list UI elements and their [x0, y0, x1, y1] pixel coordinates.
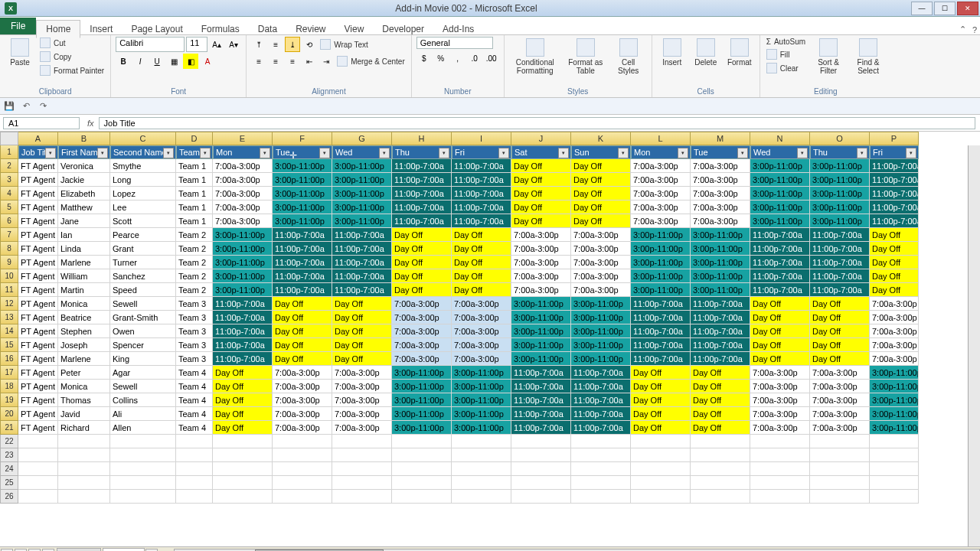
- column-header[interactable]: D: [176, 132, 213, 145]
- shift-cell[interactable]: 11:00p-7:00a: [631, 324, 691, 338]
- shift-cell[interactable]: 7:00a-3:00p: [273, 393, 332, 407]
- empty-cell[interactable]: [392, 462, 452, 476]
- shift-cell[interactable]: 3:00p-11:00p: [392, 366, 452, 380]
- data-cell[interactable]: Monica: [58, 380, 110, 393]
- shift-cell[interactable]: 3:00p-11:00p: [870, 407, 919, 421]
- shift-cell[interactable]: 7:00a-3:00p: [810, 393, 870, 407]
- empty-cell[interactable]: [273, 490, 332, 504]
- redo-icon[interactable]: ↷: [37, 100, 49, 112]
- shift-cell[interactable]: 7:00a-3:00p: [631, 173, 691, 187]
- cut-button[interactable]: Cut: [38, 37, 106, 49]
- shift-cell[interactable]: 7:00a-3:00p: [392, 311, 452, 324]
- row-header[interactable]: 9: [0, 256, 18, 269]
- table-header-cell[interactable]: Wed: [750, 145, 810, 159]
- empty-cell[interactable]: [392, 490, 452, 504]
- data-cell[interactable]: Team 4: [176, 366, 213, 380]
- align-right-button[interactable]: ≡: [285, 54, 300, 69]
- shift-cell[interactable]: Day Off: [213, 393, 273, 407]
- help-icon[interactable]: ?: [969, 25, 980, 34]
- format-as-table-button[interactable]: Format as Table: [564, 37, 607, 77]
- row-header[interactable]: 6: [0, 214, 18, 228]
- shift-cell[interactable]: 3:00p-11:00p: [392, 407, 452, 421]
- row-header[interactable]: 11: [0, 283, 18, 297]
- shift-cell[interactable]: 7:00a-3:00p: [452, 297, 511, 311]
- shift-cell[interactable]: 11:00p-7:00a: [810, 242, 870, 256]
- row-header[interactable]: 7: [0, 228, 18, 242]
- empty-cell[interactable]: [750, 435, 810, 448]
- data-cell[interactable]: Ian: [58, 228, 110, 242]
- table-header-cell[interactable]: Mon: [631, 145, 691, 159]
- empty-cell[interactable]: [392, 476, 452, 490]
- shift-cell[interactable]: 7:00a-3:00p: [810, 407, 870, 421]
- row-header[interactable]: 5: [0, 201, 18, 214]
- shift-cell[interactable]: 11:00p-7:00a: [392, 187, 452, 201]
- shift-cell[interactable]: Day Off: [213, 421, 273, 435]
- row-header[interactable]: 8: [0, 242, 18, 256]
- increase-indent-button[interactable]: ⇥: [318, 54, 334, 69]
- empty-cell[interactable]: [750, 476, 810, 490]
- data-cell[interactable]: Team 2: [176, 242, 213, 256]
- sheet-tab[interactable]: Sheet1: [103, 548, 145, 551]
- empty-cell[interactable]: [110, 490, 176, 504]
- data-cell[interactable]: Sanchez: [110, 269, 176, 283]
- shift-cell[interactable]: 3:00p-11:00p: [273, 187, 332, 201]
- border-button[interactable]: ▦: [166, 54, 181, 69]
- column-header[interactable]: A: [18, 132, 58, 145]
- data-cell[interactable]: PT Agent: [18, 256, 58, 269]
- align-center-button[interactable]: ≡: [268, 54, 283, 69]
- data-cell[interactable]: Team 3: [176, 338, 213, 352]
- data-cell[interactable]: PT Agent: [18, 297, 58, 311]
- empty-cell[interactable]: [176, 448, 213, 462]
- shift-cell[interactable]: 3:00p-11:00p: [691, 242, 750, 256]
- shift-cell[interactable]: 11:00p-7:00a: [511, 366, 571, 380]
- shift-cell[interactable]: 11:00p-7:00a: [691, 297, 750, 311]
- shift-cell[interactable]: 11:00p-7:00a: [452, 159, 511, 173]
- data-cell[interactable]: Team 2: [176, 256, 213, 269]
- shift-cell[interactable]: 7:00a-3:00p: [392, 352, 452, 366]
- shift-cell[interactable]: 11:00p-7:00a: [571, 407, 631, 421]
- maximize-button[interactable]: ☐: [934, 2, 956, 15]
- shift-cell[interactable]: 7:00a-3:00p: [332, 407, 392, 421]
- shift-cell[interactable]: Day Off: [452, 256, 511, 269]
- shift-cell[interactable]: 11:00p-7:00a: [750, 228, 810, 242]
- empty-cell[interactable]: [631, 476, 691, 490]
- data-cell[interactable]: Veronica: [58, 159, 110, 173]
- data-cell[interactable]: FT Agent: [18, 311, 58, 324]
- shift-cell[interactable]: 3:00p-11:00p: [571, 338, 631, 352]
- empty-cell[interactable]: [273, 448, 332, 462]
- shift-cell[interactable]: 7:00a-3:00p: [213, 159, 273, 173]
- select-all-corner[interactable]: [0, 132, 18, 145]
- shift-cell[interactable]: 3:00p-11:00p: [273, 201, 332, 214]
- data-cell[interactable]: Spencer: [110, 338, 176, 352]
- data-cell[interactable]: Javid: [58, 407, 110, 421]
- shift-cell[interactable]: Day Off: [332, 297, 392, 311]
- shift-cell[interactable]: Day Off: [631, 366, 691, 380]
- row-header[interactable]: 20: [0, 407, 18, 421]
- table-header-cell[interactable]: Fri: [452, 145, 511, 159]
- shift-cell[interactable]: 3:00p-11:00p: [273, 173, 332, 187]
- shift-cell[interactable]: Day Off: [810, 311, 870, 324]
- shift-cell[interactable]: Day Off: [810, 352, 870, 366]
- shift-cell[interactable]: Day Off: [332, 352, 392, 366]
- row-header[interactable]: 26: [0, 490, 18, 504]
- empty-cell[interactable]: [18, 476, 58, 490]
- data-cell[interactable]: Stephen: [58, 324, 110, 338]
- column-header[interactable]: C: [110, 132, 176, 145]
- empty-cell[interactable]: [691, 448, 750, 462]
- data-cell[interactable]: Team 3: [176, 352, 213, 366]
- shift-cell[interactable]: 11:00p-7:00a: [511, 393, 571, 407]
- shift-cell[interactable]: 3:00p-11:00p: [452, 366, 511, 380]
- shift-cell[interactable]: 11:00p-7:00a: [691, 311, 750, 324]
- shift-cell[interactable]: 3:00p-11:00p: [631, 242, 691, 256]
- shift-cell[interactable]: 7:00a-3:00p: [571, 242, 631, 256]
- empty-cell[interactable]: [870, 435, 919, 448]
- row-header[interactable]: 24: [0, 462, 18, 476]
- shift-cell[interactable]: 11:00p-7:00a: [273, 242, 332, 256]
- shift-cell[interactable]: 3:00p-11:00p: [571, 297, 631, 311]
- shift-cell[interactable]: Day Off: [392, 228, 452, 242]
- shift-cell[interactable]: 11:00p-7:00a: [213, 352, 273, 366]
- insert-cells-button[interactable]: Insert: [657, 37, 688, 68]
- shift-cell[interactable]: 11:00p-7:00a: [452, 173, 511, 187]
- data-cell[interactable]: PT Agent: [18, 407, 58, 421]
- column-header[interactable]: L: [631, 132, 691, 145]
